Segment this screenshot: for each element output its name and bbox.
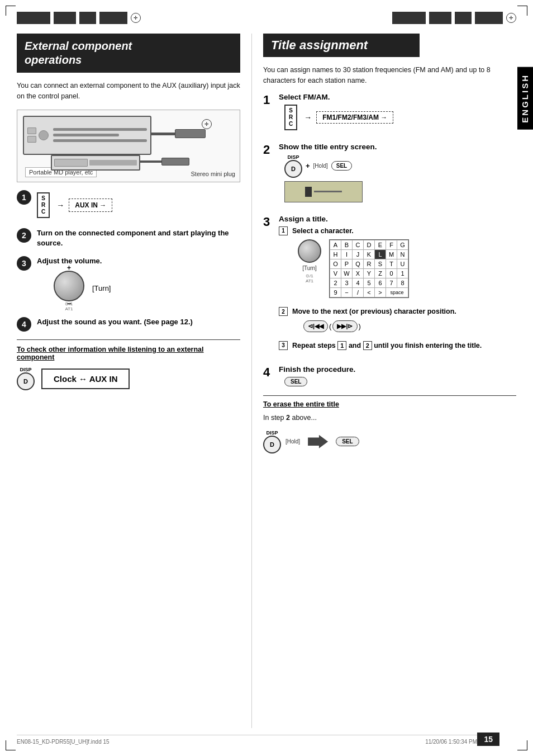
char-S[interactable]: S: [375, 259, 386, 269]
char-H[interactable]: H: [330, 250, 341, 259]
step-4-text: Adjust the sound as you want. (See page …: [37, 317, 240, 327]
char-lt[interactable]: <: [364, 288, 375, 297]
char-dash[interactable]: −: [341, 288, 353, 297]
char-J[interactable]: J: [353, 250, 364, 259]
right-step-1-num: 1: [263, 93, 274, 107]
char-C[interactable]: C: [353, 240, 364, 250]
footer-left: EN08-15_KD-PDR55[U_UH]f.indd 15: [17, 739, 110, 745]
right-step-1-title: Select FM/AM.: [279, 93, 516, 101]
top-bar-block-7: [455, 12, 472, 24]
clock-aux-box: Clock ↔ AUX IN: [41, 368, 130, 389]
erase-hold-label: [Hold]: [285, 438, 300, 445]
char-X[interactable]: X: [353, 269, 364, 278]
char-6[interactable]: 6: [375, 278, 386, 288]
step-4-number: 4: [17, 317, 31, 332]
char-G[interactable]: G: [397, 240, 408, 250]
fm-dashed-box: FM1/FM2/FM3/AM →: [316, 111, 393, 124]
sub-step-3-content: Repeat steps 1 and 2 until you finish en…: [292, 341, 516, 351]
char-E[interactable]: E: [375, 240, 386, 250]
char-table: A B C D E F G H: [330, 240, 408, 297]
char-space[interactable]: space: [386, 288, 408, 297]
stereo-label: Stereo mini plug: [191, 171, 236, 177]
char-N[interactable]: N: [397, 250, 408, 259]
nav-next[interactable]: ▶▶|⊳: [332, 320, 357, 332]
step-3-content: Adjust the volume. ⊙/1AT1 [Turn]: [37, 256, 240, 306]
solid-arrow-icon: [308, 435, 328, 448]
step-1-content: S R C → AUX IN →: [37, 190, 240, 220]
char-gt[interactable]: >: [375, 288, 386, 297]
right-step-4-title: Finish the procedure.: [279, 365, 516, 374]
sel-button-2[interactable]: SEL: [331, 161, 352, 171]
sel-finish: SEL: [284, 377, 516, 386]
char-F[interactable]: F: [386, 240, 397, 250]
src-button-fm[interactable]: S R C: [284, 105, 297, 130]
sub-step-3-title: Repeat steps 1 and 2 until you finish en…: [292, 341, 516, 351]
nav-slash-2: ): [359, 322, 361, 330]
nav-prev[interactable]: ⊲|◀◀: [303, 320, 328, 332]
char-O[interactable]: O: [330, 259, 341, 269]
char-Z[interactable]: Z: [375, 269, 386, 278]
char-row-4: V W X Y Z 0 1: [330, 269, 408, 278]
char-T[interactable]: T: [386, 259, 397, 269]
step-2-content: Turn on the connected component and star…: [37, 228, 240, 248]
corner-mark-tr: [517, 6, 527, 16]
volume-knob[interactable]: [54, 271, 84, 301]
char-R[interactable]: R: [364, 259, 375, 269]
top-bar-block-5: [392, 12, 426, 24]
char-8[interactable]: 8: [397, 278, 408, 288]
sub-step-2-num: 2: [279, 307, 288, 316]
char-0[interactable]: 0: [386, 269, 397, 278]
char-4[interactable]: 4: [353, 278, 364, 288]
char-1[interactable]: 1: [397, 269, 408, 278]
disp-button-erase[interactable]: DISP D: [263, 430, 281, 453]
step-2-text: Turn on the connected component and star…: [37, 228, 240, 248]
char-D[interactable]: D: [364, 240, 375, 250]
disp-button-2[interactable]: DISP D: [284, 154, 302, 178]
char-5[interactable]: 5: [364, 278, 375, 288]
char-I[interactable]: I: [341, 250, 353, 259]
char-W[interactable]: W: [341, 269, 353, 278]
right-step-3: 3 Assign a title. 1 Select a character. …: [263, 215, 516, 357]
char-9[interactable]: 9: [330, 288, 341, 297]
char-U[interactable]: U: [397, 259, 408, 269]
char-Q[interactable]: Q: [353, 259, 364, 269]
char-L[interactable]: L: [375, 250, 386, 259]
char-B[interactable]: B: [341, 240, 353, 250]
char-7[interactable]: 7: [386, 278, 397, 288]
corner-mark-tl: [6, 6, 16, 16]
display-screen: [284, 181, 363, 202]
right-step-1: 1 Select FM/AM. S R C → FM1/FM2/FM3/AM →: [263, 93, 516, 134]
char-Y[interactable]: Y: [364, 269, 375, 278]
char-A[interactable]: A: [330, 240, 341, 250]
char-slash[interactable]: /: [353, 288, 364, 297]
sel-button-finish[interactable]: SEL: [284, 377, 307, 386]
main-unit: [23, 116, 151, 155]
src-button[interactable]: S R C: [37, 192, 50, 218]
knob-wrapper: ⊙/1AT1: [54, 271, 84, 301]
footer-right: 11/20/06 1:50:34 PM: [425, 739, 477, 745]
turn-text: [Turn]: [92, 284, 111, 292]
left-body-text: You can connect an external component to…: [17, 81, 240, 102]
turn-label: [Turn]: [92, 284, 111, 292]
char-K[interactable]: K: [364, 250, 375, 259]
top-bar-block-6: [429, 12, 451, 24]
disp-top-label-erase: DISP: [266, 430, 278, 436]
sel-button-erase[interactable]: SEL: [336, 437, 359, 446]
check-info-section: To check other information while listeni…: [17, 339, 240, 390]
char-V[interactable]: V: [330, 269, 341, 278]
disp-top-label: DISP: [20, 367, 31, 372]
cable-unit: [150, 133, 178, 135]
right-step-3-title: Assign a title.: [279, 215, 516, 223]
char-3[interactable]: 3: [341, 278, 353, 288]
right-step-3-content: Assign a title. 1 Select a character. [T…: [279, 215, 516, 357]
src-c-fm: C: [289, 121, 293, 127]
char-P[interactable]: P: [341, 259, 353, 269]
disp-button[interactable]: DISP D: [17, 367, 35, 390]
nav-buttons: ⊲|◀◀ ( ▶▶|⊳ ): [303, 320, 516, 332]
sub-step-2-title: Move to the next (or previous) character…: [292, 307, 516, 317]
char-M[interactable]: M: [386, 250, 397, 259]
char-2[interactable]: 2: [330, 278, 341, 288]
step-2: 2 Turn on the connected component and st…: [17, 228, 240, 248]
char-knob[interactable]: [298, 239, 321, 263]
crosshair-icon: ✛: [131, 13, 141, 23]
